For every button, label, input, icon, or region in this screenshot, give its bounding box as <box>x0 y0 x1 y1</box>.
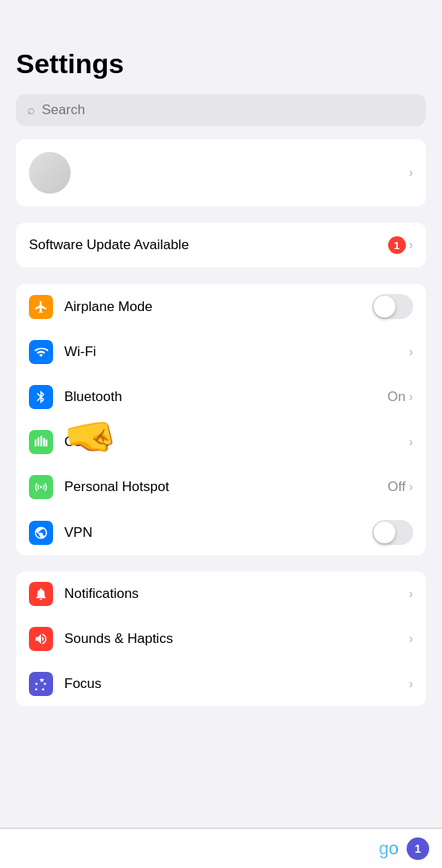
focus-chevron: › <box>409 677 413 691</box>
bottom-bar: go 1 <box>0 828 442 868</box>
vpn-icon-wrapper <box>29 521 53 545</box>
notifications-row[interactable]: Notifications › <box>16 571 426 616</box>
profile-row[interactable]: › <box>16 139 426 207</box>
airplane-mode-label: Airplane Mode <box>64 299 372 315</box>
wifi-icon-wrapper <box>29 340 53 364</box>
vpn-toggle[interactable] <box>372 520 413 545</box>
hotspot-status: Off <box>387 479 405 495</box>
airplane-mode-icon-wrapper <box>29 295 53 319</box>
bluetooth-right: On › <box>387 389 413 405</box>
profile-section: › <box>16 139 426 207</box>
search-icon: ⌕ <box>27 103 35 117</box>
personal-hotspot-label: Personal Hotspot <box>64 479 387 495</box>
wifi-chevron: › <box>409 345 413 359</box>
airplane-mode-row[interactable]: Airplane Mode <box>16 284 426 330</box>
focus-icon-wrapper <box>29 672 53 696</box>
wifi-label: Wi-Fi <box>64 344 409 360</box>
focus-icon <box>34 677 48 691</box>
sounds-chevron: › <box>409 632 413 646</box>
software-update-chevron: › <box>409 238 413 252</box>
search-bar[interactable]: ⌕ <box>16 94 426 126</box>
cellular-right: › <box>409 435 413 449</box>
focus-label: Focus <box>64 676 409 692</box>
focus-right: › <box>409 677 413 691</box>
cellular-icon <box>34 435 48 449</box>
airplane-mode-toggle[interactable] <box>372 294 413 319</box>
bluetooth-chevron: › <box>409 390 413 404</box>
cellular-icon-wrapper <box>29 430 53 454</box>
notifications-right: › <box>409 587 413 601</box>
avatar <box>29 152 71 194</box>
system-section: Notifications › Sounds & Haptics › Focus… <box>16 571 426 706</box>
software-update-label: Software Update Available <box>29 237 388 253</box>
bluetooth-icon <box>34 390 48 404</box>
focus-row[interactable]: Focus › <box>16 661 426 706</box>
bluetooth-label: Bluetooth <box>64 389 387 405</box>
search-bar-container: ⌕ <box>0 88 442 139</box>
hotspot-icon-wrapper <box>29 475 53 499</box>
airplane-icon <box>34 300 48 314</box>
notifications-chevron: › <box>409 587 413 601</box>
software-update-row[interactable]: Software Update Available 1 › <box>16 223 426 268</box>
hotspot-right: Off › <box>387 479 413 495</box>
sounds-haptics-label: Sounds & Haptics <box>64 631 409 647</box>
wifi-row[interactable]: Wi-Fi › <box>16 330 426 375</box>
search-input[interactable] <box>42 102 415 118</box>
wifi-right: › <box>409 345 413 359</box>
software-update-section: Software Update Available 1 › <box>16 223 426 268</box>
bluetooth-row[interactable]: Bluetooth On › <box>16 375 426 420</box>
hotspot-icon <box>34 480 48 494</box>
sounds-icon <box>34 632 48 646</box>
wifi-icon <box>34 345 48 359</box>
bluetooth-icon-wrapper <box>29 385 53 409</box>
notifications-label: Notifications <box>64 586 409 602</box>
notifications-icon <box>34 587 48 601</box>
sounds-haptics-row[interactable]: Sounds & Haptics › <box>16 616 426 661</box>
notifications-icon-wrapper <box>29 582 53 606</box>
bluetooth-status: On <box>387 389 406 405</box>
sounds-right: › <box>409 632 413 646</box>
cellular-label: Cellular <box>64 434 409 450</box>
personal-hotspot-row[interactable]: Personal Hotspot Off › <box>16 465 426 510</box>
network-section: Airplane Mode Wi-Fi › Bluetooth On › <box>16 284 426 555</box>
software-update-badge: 1 <box>388 236 406 254</box>
sounds-icon-wrapper <box>29 627 53 651</box>
vpn-label: VPN <box>64 525 372 541</box>
profile-chevron: › <box>409 166 413 180</box>
vpn-icon <box>34 526 48 540</box>
go-badge: 1 <box>407 837 429 860</box>
vpn-row[interactable]: VPN <box>16 510 426 555</box>
software-update-right: 1 › <box>388 236 413 254</box>
cellular-chevron: › <box>409 435 413 449</box>
page-title: Settings <box>0 0 442 88</box>
go-text: go <box>379 838 399 859</box>
hotspot-chevron: › <box>409 480 413 494</box>
cellular-row[interactable]: Cellular › 🤜 <box>16 420 426 465</box>
